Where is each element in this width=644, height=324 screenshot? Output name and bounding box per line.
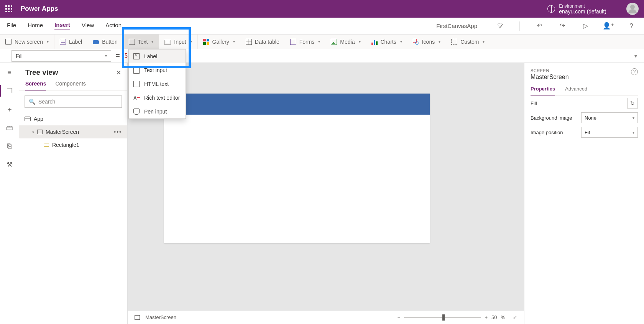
chevron-down-icon: ▾ [47, 39, 49, 44]
formula-expand-icon[interactable]: ▾ [634, 53, 637, 59]
button-icon [93, 40, 99, 44]
tree-search-input[interactable]: 🔍 Search [25, 95, 122, 108]
work-area: ≡ ❐ ＋ 🗃 ⎘ ⚒ Tree view ✕ Screens Componen… [0, 63, 644, 324]
rail-insert-icon[interactable]: ＋ [5, 105, 14, 113]
tree-node-rectangle1[interactable]: Rectangle1 [19, 138, 127, 151]
ribbon-media[interactable]: Media ▾ [325, 35, 366, 49]
ribbon-new-screen[interactable]: New screen ▾ [0, 35, 54, 49]
textmenu-rich-text-editor[interactable]: Rich text editor [129, 91, 186, 105]
ribbon-text[interactable]: Text ▾ [123, 35, 159, 49]
textmenu-pen-input[interactable]: Pen input [129, 105, 186, 118]
rectangle-icon [44, 143, 49, 147]
tree-node-masterscreen-label: MasterScreen [46, 129, 79, 135]
prop-tab-properties[interactable]: Properties [531, 86, 555, 95]
control-rectangle1[interactable] [164, 94, 430, 115]
prop-fill-swatch[interactable]: ↻ [627, 98, 638, 109]
rail-hamburger-icon[interactable]: ≡ [5, 68, 14, 77]
ribbon-text-label: Text [138, 39, 148, 45]
chevron-down-icon: ▾ [190, 39, 192, 44]
redo-icon[interactable]: ↷ [557, 22, 568, 30]
status-screen-name: MasterScreen [145, 314, 176, 320]
chevron-down-icon: ▾ [32, 130, 34, 134]
ribbon-input[interactable]: Input ▾ [159, 35, 197, 49]
screen-icon [37, 130, 43, 134]
ribbon-icons-label: Icons [422, 39, 435, 45]
panel-help-icon[interactable]: ? [631, 68, 638, 75]
ribbon-label[interactable]: Label [54, 35, 87, 49]
ribbon-gallery[interactable]: Gallery ▾ [198, 35, 240, 49]
tree-node-app[interactable]: App [19, 112, 127, 125]
menu-file[interactable]: File [7, 22, 16, 30]
chevron-down-icon: ▾ [439, 39, 440, 44]
screen-icon [135, 315, 140, 320]
app-checker-icon[interactable]: ♡̷ [494, 22, 506, 30]
fit-to-screen-icon[interactable]: ⤢ [513, 314, 517, 320]
tree-node-masterscreen[interactable]: ▾ MasterScreen ••• [19, 125, 127, 138]
rail-advanced-icon[interactable]: ⚒ [5, 160, 14, 169]
prop-bgimage-value: None [585, 115, 596, 121]
prop-imgpos-select[interactable]: Fit ▾ [581, 127, 638, 138]
chevron-down-icon: ▾ [632, 116, 634, 120]
property-selector[interactable]: Fill ▾ [12, 50, 111, 62]
zoom-in-icon[interactable]: + [485, 314, 488, 320]
tree-view-panel: Tree view ✕ Screens Components 🔍 Search … [19, 63, 128, 324]
textmenu-text-input[interactable]: Text input [129, 63, 186, 77]
canvas-area[interactable]: MasterScreen − + 50 % ⤢ [128, 63, 524, 324]
tree-search-placeholder: Search [38, 99, 55, 105]
tree-node-more-icon[interactable]: ••• [114, 129, 122, 135]
help-icon[interactable]: ? [626, 22, 637, 30]
menu-action[interactable]: Action [105, 22, 122, 30]
ribbon-forms[interactable]: Forms ▾ [285, 35, 326, 49]
ribbon-button[interactable]: Button [87, 35, 123, 49]
property-selector-value: Fill [16, 53, 23, 59]
chevron-down-icon: ▾ [105, 54, 107, 58]
equals-icon: = [116, 52, 120, 60]
app-file-name[interactable]: FirstCanvasApp [436, 23, 477, 29]
menu-home[interactable]: Home [28, 22, 43, 30]
chevron-down-icon: ▾ [359, 39, 361, 44]
chevron-down-icon: ▾ [318, 39, 320, 44]
artboard-masterscreen[interactable] [164, 94, 430, 243]
tree-view-title: Tree view [25, 68, 58, 77]
tree-tab-components[interactable]: Components [55, 81, 85, 90]
share-icon[interactable]: 👤⁺ [603, 22, 614, 30]
zoom-out-icon[interactable]: − [398, 314, 401, 320]
formula-bar: Fill ▾ = 5, 255, 1) ▾ [0, 49, 644, 63]
menu-insert[interactable]: Insert [54, 21, 70, 30]
ribbon-charts[interactable]: Charts ▾ [366, 35, 407, 49]
ribbon-data-table[interactable]: Data table [240, 35, 285, 49]
globe-icon [547, 5, 555, 13]
zoom-value: 50 [491, 314, 497, 320]
ribbon-media-label: Media [340, 39, 355, 45]
prop-tab-advanced[interactable]: Advanced [565, 86, 587, 95]
menu-view[interactable]: View [82, 22, 94, 30]
rail-treeview-icon[interactable]: ❐ [5, 87, 14, 95]
ribbon-label-text: Label [69, 39, 82, 45]
textmenu-pen-input-label: Pen input [144, 109, 167, 115]
properties-panel: ? SCREEN MasterScreen Properties Advance… [524, 63, 644, 324]
rail-media-icon[interactable]: ⎘ [5, 142, 14, 150]
tree-tab-screens[interactable]: Screens [25, 81, 46, 90]
formula-input[interactable]: 5, 255, 1) [125, 53, 630, 59]
user-avatar[interactable] [626, 3, 639, 15]
undo-icon[interactable]: ↶ [534, 22, 545, 30]
forms-icon [290, 39, 296, 45]
preview-play-icon[interactable]: ▷ [580, 22, 591, 30]
selected-type-label: SCREEN [531, 68, 638, 73]
ribbon-data-table-label: Data table [255, 39, 279, 45]
close-tree-icon[interactable]: ✕ [116, 69, 121, 76]
label-icon [133, 53, 140, 59]
prop-bgimage-select[interactable]: None ▾ [581, 112, 638, 123]
text-dropdown-menu: Label Text input HTML text Rich text edi… [128, 49, 186, 119]
zoom-slider[interactable] [404, 317, 481, 318]
rail-data-icon[interactable]: 🗃 [5, 123, 14, 132]
ribbon-custom[interactable]: Custom ▾ [446, 35, 490, 49]
textmenu-html-text[interactable]: HTML text [129, 77, 186, 91]
app-launcher-icon[interactable] [5, 5, 12, 12]
textmenu-label[interactable]: Label [129, 49, 186, 63]
environment-picker[interactable]: Environment enayu.com (default) [547, 3, 606, 14]
chevron-down-icon: ▾ [400, 39, 402, 44]
ribbon-icons[interactable]: Icons ▾ [407, 35, 446, 49]
rich-text-icon [133, 95, 140, 101]
custom-icon [451, 39, 457, 45]
